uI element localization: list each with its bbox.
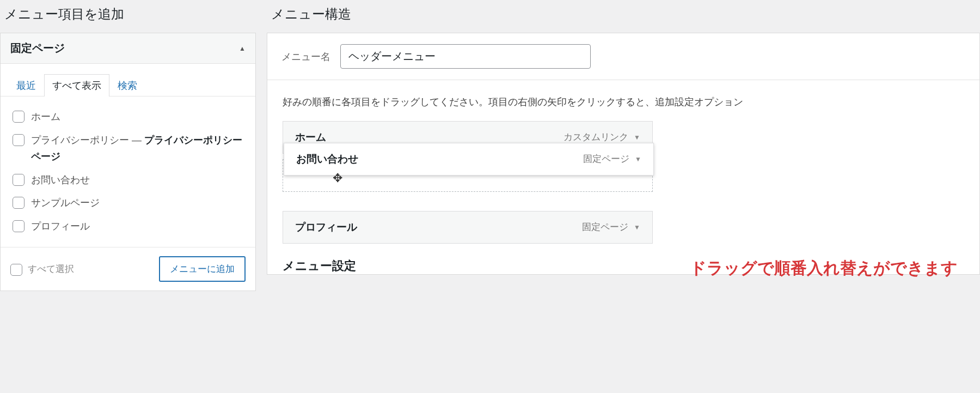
page-item-sample: サンプルページ [13, 195, 243, 211]
menu-name-label: メニュー名 [281, 50, 330, 63]
checkbox-select-all[interactable] [10, 264, 22, 276]
menu-item-profile[interactable]: プロフィール 固定ページ ▼ [283, 211, 653, 244]
chevron-down-icon: ▼ [634, 223, 640, 231]
page-label: ホーム [31, 108, 60, 125]
privacy-prefix: プライバシーポリシー — [31, 135, 144, 146]
menu-item-type[interactable]: 固定ページ ▼ [583, 153, 641, 165]
page-label: プライバシーポリシー — プライバシーポリシーページ [31, 132, 243, 165]
page-list: ホーム プライバシーポリシー — プライバシーポリシーページ お問い合わせ サン… [1, 96, 255, 247]
checkbox-home[interactable] [13, 111, 24, 123]
tab-all[interactable]: すべて表示 [44, 74, 109, 96]
add-items-title: メニュー項目を追加 [0, 5, 256, 23]
menu-item-type[interactable]: 固定ページ ▼ [582, 221, 640, 233]
add-to-menu-button[interactable]: メニューに追加 [159, 256, 246, 282]
accordion-header-label: 固定ページ [10, 41, 65, 56]
checkbox-privacy[interactable] [13, 134, 24, 146]
page-label: サンプルページ [31, 195, 100, 211]
chevron-down-icon: ▼ [634, 134, 640, 141]
select-all-row: すべて選択 メニューに追加 [1, 247, 255, 291]
page-item-privacy: プライバシーポリシー — プライバシーポリシーページ [13, 132, 243, 165]
page-item-contact: お問い合わせ [13, 172, 243, 189]
drag-callout-text: ドラッグで順番入れ替えができます [690, 257, 958, 280]
page-item-profile: プロフィール [13, 218, 243, 235]
move-cursor-icon: ✥ [333, 171, 342, 185]
chevron-down-icon: ▼ [635, 155, 641, 163]
select-all[interactable]: すべて選択 [10, 262, 74, 276]
instructions-text: 好みの順番に各項目をドラッグしてください。項目の右側の矢印をクリックすると、追加… [267, 80, 979, 121]
checkbox-profile[interactable] [13, 220, 24, 232]
page-tabs: 最近 すべて表示 検索 [1, 64, 255, 96]
menu-items-zone: ホーム カスタムリンク ▼ お問い合わせ 固定ページ ▼ ✥ [267, 121, 979, 258]
checkbox-sample[interactable] [13, 197, 24, 209]
page-item-home: ホーム [13, 108, 243, 125]
menu-structure-panel: メニュー名 好みの順番に各項目をドラッグしてください。項目の右側の矢印をクリック… [267, 33, 980, 275]
tab-recent[interactable]: 最近 [8, 74, 44, 96]
checkbox-contact[interactable] [13, 174, 24, 186]
menu-item-type[interactable]: カスタムリンク ▼ [564, 131, 640, 143]
accordion-header-pages[interactable]: 固定ページ ▲ [1, 33, 255, 64]
menu-item-contact[interactable]: お問い合わせ 固定ページ ▼ [284, 143, 654, 176]
page-label: プロフィール [31, 218, 90, 235]
menu-item-type-text: 固定ページ [583, 153, 629, 165]
menu-item-type-text: カスタムリンク [564, 131, 628, 143]
menu-structure-title: メニュー構造 [267, 5, 980, 23]
page-label: お問い合わせ [31, 172, 90, 189]
menu-name-row: メニュー名 [267, 33, 979, 80]
menu-item-type-text: 固定ページ [582, 221, 628, 233]
menu-item-label: お問い合わせ [296, 152, 358, 166]
menu-item-label: プロフィール [295, 220, 357, 234]
pages-accordion: 固定ページ ▲ 最近 すべて表示 検索 ホーム プライバシーポリシー — プライ… [0, 33, 256, 291]
tab-search[interactable]: 検索 [109, 74, 145, 96]
caret-up-icon: ▲ [239, 45, 246, 52]
select-all-label: すべて選択 [28, 263, 74, 275]
menu-name-input[interactable] [340, 44, 591, 69]
